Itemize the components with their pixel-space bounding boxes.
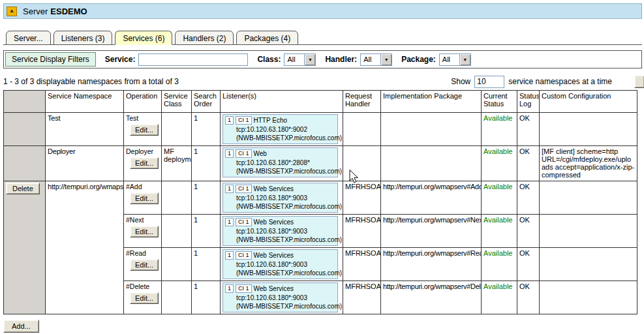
listener-name: Web (254, 149, 267, 158)
show-apply-button[interactable] (634, 75, 644, 88)
page: ▲ ServerESDEMO Server... Listeners (3) S… (0, 0, 644, 334)
show-label: Show (451, 77, 470, 86)
tab-handlers[interactable]: Handlers (2) (175, 31, 234, 45)
edit-button[interactable]: Edit... (130, 124, 159, 136)
search-order-cell: 1 (192, 113, 221, 146)
operation-cell: #Delete Edit... (124, 281, 162, 314)
listener-box: 1 CI 1 Web Services tcp:10.120.63.180*:9… (222, 216, 338, 246)
add-button[interactable]: Add... (3, 320, 39, 333)
tab-services[interactable]: Services (6) (115, 31, 172, 45)
package-select-value: All (440, 54, 459, 65)
operation-label: #Delete (126, 282, 159, 290)
listener-number: 1 (225, 149, 234, 158)
collapse-triangle-icon: ▲ (9, 8, 14, 14)
collapse-button[interactable]: ▲ (7, 7, 17, 16)
action-cell: Delete (4, 181, 46, 314)
header-status-log: Status Log (517, 91, 540, 113)
listener-address: tcp:10.120.63.180*:9003 (236, 227, 335, 235)
service-class-cell (162, 281, 192, 314)
package-filter-group: Package: All ▼ (401, 53, 471, 66)
service-class-cell (162, 215, 192, 248)
search-order-cell: 1 (192, 281, 221, 314)
listener-box: 1 CI 1 HTTP Echo tcp:10.120.63.180*:9002… (222, 114, 338, 144)
implementation-package-cell (381, 146, 482, 181)
listener-address: tcp:10.120.63.180*:9002 (236, 125, 335, 134)
listener-address: tcp:10.120.63.180*:9003 (236, 294, 335, 302)
listener-box: 1 CI 1 Web tcp:10.120.63.180*:2808* (NWB… (222, 147, 338, 177)
current-status-cell: Available (482, 113, 517, 146)
operation-label: #Read (126, 249, 159, 257)
search-order-cell: 1 (192, 146, 221, 181)
service-label: Service: (105, 55, 136, 64)
class-select[interactable]: All ▼ (284, 53, 316, 66)
listener-address: tcp:10.120.63.180*:2808* (236, 159, 335, 167)
edit-button[interactable]: Edit... (130, 292, 159, 304)
listener-ci-badge: CI 1 (236, 149, 252, 158)
request-handler-cell: MFRHSOAP (343, 281, 381, 314)
implementation-package-cell: http://tempuri.org/wmapserv#Delete (381, 281, 482, 314)
service-filter-group: Service: (105, 53, 249, 66)
current-status-cell: Available (482, 215, 517, 248)
listener-ci-badge: CI 1 (236, 218, 252, 226)
listener-box: 1 CI 1 Web Services tcp:10.120.63.180*:9… (222, 249, 338, 279)
operation-cell: #Next Edit... (124, 215, 162, 248)
chevron-down-icon: ▼ (304, 54, 315, 65)
table-row: Delete http://tempuri.org/wmapserv #Add … (4, 181, 637, 215)
header-operation: Operation (124, 91, 162, 113)
chevron-down-icon: ▼ (380, 54, 391, 65)
handler-select-value: All (361, 54, 380, 65)
request-handler-cell: MFRHSOAP (343, 248, 381, 281)
operation-cell: #Read Edit... (124, 248, 162, 281)
chevron-down-icon: ▼ (459, 54, 470, 65)
service-class-cell (162, 181, 192, 215)
listener-box: 1 CI 1 Web Services tcp:10.120.63.180*:9… (222, 282, 338, 312)
listener-name: Web Services (254, 251, 294, 260)
header-service-class: Service Class (162, 91, 192, 113)
listener-number: 1 (225, 284, 234, 293)
status-log-cell: OK (517, 248, 540, 281)
server-title: ServerESDEMO (23, 7, 87, 16)
listener-number: 1 (225, 218, 234, 226)
tab-packages[interactable]: Packages (4) (236, 31, 298, 45)
custom-configuration-cell (540, 113, 637, 146)
edit-button[interactable]: Edit... (130, 192, 159, 204)
show-count-input[interactable] (474, 76, 504, 88)
header-service-namespace: Service Namespace (46, 91, 124, 113)
handler-label: Handler: (325, 55, 357, 64)
status-log-cell: OK (517, 181, 540, 215)
handler-select[interactable]: All ▼ (360, 53, 392, 66)
server-banner: ▲ ServerESDEMO (3, 3, 642, 19)
header-request-handler: Request Handler (343, 91, 381, 113)
listener-host: (NWB-MBISSETXP.microfocus.com) (236, 269, 335, 277)
listener-address: tcp:10.120.63.180*:9003 (236, 260, 335, 269)
listener-cell: 1 CI 1 HTTP Echo tcp:10.120.63.180*:9002… (221, 113, 343, 146)
action-cell (4, 146, 46, 181)
tab-listeners[interactable]: Listeners (3) (54, 31, 113, 45)
edit-button[interactable]: Edit... (130, 259, 159, 271)
custom-configuration-cell (540, 281, 637, 314)
custom-configuration-cell (540, 215, 637, 248)
service-input[interactable] (138, 53, 248, 66)
listener-cell: 1 CI 1 Web tcp:10.120.63.180*:2808* (NWB… (221, 146, 343, 181)
request-handler-cell: MFRHSOAP (343, 181, 381, 215)
delete-button[interactable]: Delete (6, 183, 40, 194)
listener-host: (NWB-MBISSETXP.microfocus.com) (236, 167, 335, 175)
operation-cell: Deployer Edit... (124, 146, 162, 181)
package-select[interactable]: All ▼ (439, 53, 471, 66)
service-class-cell (162, 248, 192, 281)
search-order-cell: 1 (192, 248, 221, 281)
header-row: Service Namespace Operation Service Clas… (4, 91, 637, 113)
class-label: Class: (257, 55, 281, 64)
listener-host: (NWB-MBISSETXP.microfocus.com) (236, 134, 335, 142)
implementation-package-cell: http://tempuri.org/wmapserv#Add (381, 181, 482, 215)
listener-name: Web Services (254, 284, 294, 293)
status-log-cell: OK (517, 113, 540, 146)
tab-server[interactable]: Server... (6, 31, 51, 45)
custom-configuration-cell (540, 181, 637, 215)
package-label: Package: (401, 55, 436, 64)
header-implementation-package: Implementation Package (381, 91, 482, 113)
edit-button[interactable]: Edit... (130, 157, 159, 169)
edit-button[interactable]: Edit... (130, 226, 159, 237)
listener-host: (NWB-MBISSETXP.microfocus.com) (236, 235, 335, 244)
listener-name: Web Services (254, 218, 294, 226)
